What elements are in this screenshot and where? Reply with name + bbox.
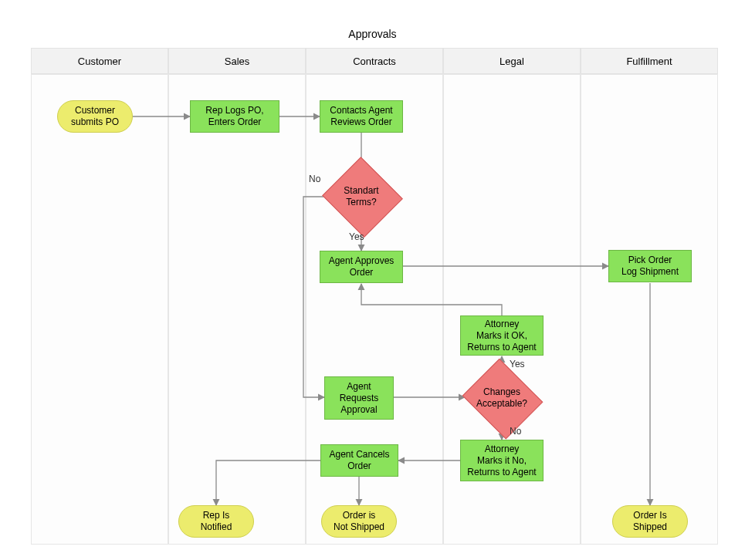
node-attorney-marks-ok: AttorneyMarks it OK,Returns to Agent [460, 315, 544, 356]
node-agent-cancels-order: Agent CancelsOrder [320, 444, 398, 477]
node-agent-approves-order: Agent ApprovesOrder [320, 251, 403, 283]
node-label: Standart Terms? [326, 185, 397, 208]
node-label: Agent CancelsOrder [329, 449, 389, 472]
lane-header-legal: Legal [443, 48, 581, 74]
node-label: Rep Logs PO,Enters Order [205, 105, 263, 128]
node-pick-order-log-shipment: Pick OrderLog Shipment [608, 250, 692, 282]
lane-header-label: Customer [78, 56, 121, 67]
node-label: Rep IsNotified [201, 510, 232, 533]
node-order-not-shipped: Order isNot Shipped [321, 505, 397, 538]
node-label: Agent ApprovesOrder [329, 255, 395, 278]
lane-header-contracts: Contracts [306, 48, 443, 74]
edge-label-changes-acceptable-no: No [510, 426, 521, 437]
node-attorney-marks-no: AttorneyMarks it No,Returns to Agent [460, 440, 544, 481]
diagram-stage: Approvals Customer Sales Contracts Legal… [0, 0, 745, 560]
node-label: AttorneyMarks it OK,Returns to Agent [467, 319, 536, 353]
lane-header-label: Sales [225, 56, 250, 67]
lane-header-customer: Customer [31, 48, 168, 74]
node-label: AgentRequestsApproval [340, 381, 379, 416]
node-contacts-agent-reviews: Contacts AgentReviews Order [320, 100, 403, 133]
lane-header-label: Fulfillment [626, 56, 672, 67]
lane-body-customer [31, 74, 168, 545]
node-label: ChangesAcceptable? [470, 386, 533, 410]
node-standard-terms-decision: Standart Terms? [321, 160, 401, 234]
node-agent-requests-approval: AgentRequestsApproval [324, 376, 394, 420]
node-rep-is-notified: Rep IsNotified [178, 505, 254, 538]
node-rep-logs-po: Rep Logs PO,Enters Order [190, 100, 279, 133]
node-label: Order IsShipped [633, 510, 667, 533]
lane-header-label: Contracts [353, 56, 396, 67]
edge-label-standard-terms-yes: Yes [349, 231, 364, 242]
edge-label-standard-terms-no: No [309, 174, 320, 184]
lane-header-sales: Sales [168, 48, 306, 74]
node-label: Pick OrderLog Shipment [621, 255, 679, 278]
lane-header-label: Legal [499, 56, 524, 67]
node-customer-submits-po: Customersubmits PO [57, 100, 133, 133]
node-changes-acceptable-decision: ChangesAcceptable? [460, 363, 544, 433]
node-label: Customersubmits PO [71, 105, 119, 128]
edge-label-changes-acceptable-yes: Yes [510, 359, 525, 369]
lane-header-fulfillment: Fulfillment [581, 48, 718, 74]
node-label: AttorneyMarks it No,Returns to Agent [467, 444, 536, 478]
node-label: Order isNot Shipped [334, 510, 384, 533]
diagram-title: Approvals [0, 28, 745, 40]
node-order-is-shipped: Order IsShipped [612, 505, 688, 538]
lane-body-fulfillment [581, 74, 718, 545]
lane-body-sales [168, 74, 306, 545]
node-label: Contacts AgentReviews Order [330, 105, 392, 128]
